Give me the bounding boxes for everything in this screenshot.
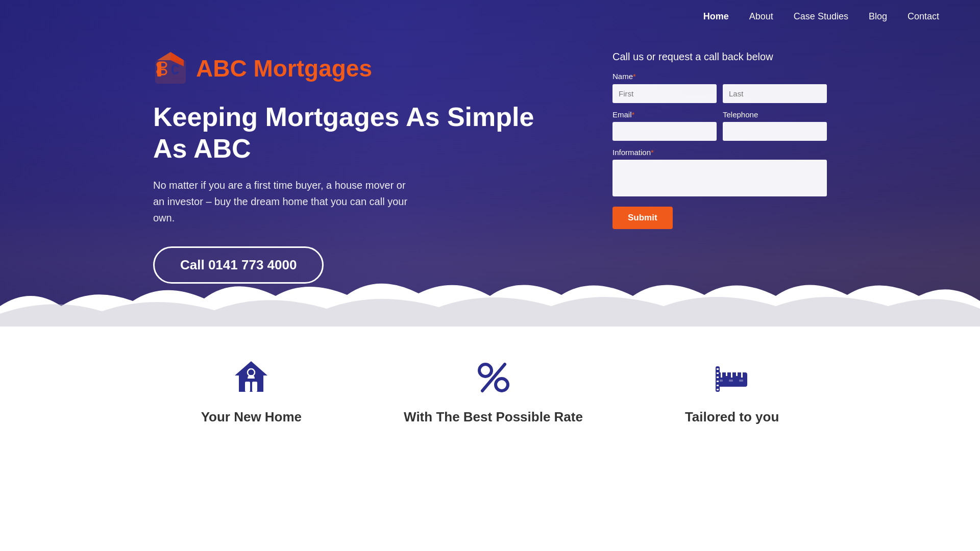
svg-rect-26 [717, 381, 719, 382]
hero-form-area: Call us or request a call back below Nam… [612, 51, 827, 229]
nav-links: Home About Case Studies Blog Contact [703, 11, 939, 22]
svg-rect-18 [741, 372, 743, 378]
feature-label-rate: With The Best Possible Rate [404, 409, 583, 425]
last-name-input[interactable] [723, 84, 827, 103]
hero-subtext: No matter if you are a first time buyer,… [153, 177, 419, 226]
svg-rect-22 [716, 366, 720, 392]
logo-icon [153, 51, 188, 86]
form-title: Call us or request a call back below [612, 51, 827, 63]
nav-link-about[interactable]: About [749, 11, 773, 21]
ruler-icon [712, 357, 752, 400]
telephone-group: Telephone [723, 110, 827, 141]
house-icon [231, 357, 272, 400]
feature-tailored: Tailored to you [685, 357, 779, 425]
nav-link-blog[interactable]: Blog [869, 11, 887, 21]
percent-icon [473, 357, 514, 400]
svg-rect-17 [736, 372, 738, 376]
features-section: Your New Home With The Best Possible Rat… [0, 327, 980, 466]
svg-rect-25 [717, 377, 719, 378]
svg-point-10 [479, 364, 492, 377]
svg-rect-20 [729, 380, 733, 382]
hero-heading: Keeping Mortgages As Simple As ABC [153, 101, 572, 165]
hero-content: ABC Mortgages Keeping Mortgages As Simpl… [0, 0, 980, 284]
navbar: Home About Case Studies Blog Contact [0, 0, 980, 33]
telephone-input[interactable] [723, 122, 827, 141]
name-row [612, 84, 827, 103]
information-textarea[interactable] [612, 160, 827, 196]
nav-item-about[interactable]: About [749, 11, 773, 22]
svg-rect-7 [245, 382, 250, 392]
svg-rect-24 [717, 372, 719, 374]
contact-form: Name* Email* [612, 72, 827, 229]
svg-rect-21 [739, 380, 743, 382]
svg-point-9 [248, 369, 255, 376]
svg-rect-28 [717, 389, 719, 390]
information-group: Information* [612, 148, 827, 196]
nav-item-contact[interactable]: Contact [908, 11, 939, 22]
feature-label-tailored: Tailored to you [685, 409, 779, 425]
feature-best-rate: With The Best Possible Rate [404, 357, 583, 425]
nav-link-case-studies[interactable]: Case Studies [794, 11, 848, 21]
hero-section: Home About Case Studies Blog Contact [0, 0, 980, 327]
svg-rect-8 [252, 382, 257, 392]
svg-point-11 [496, 379, 508, 391]
first-name-input[interactable] [612, 84, 717, 103]
first-name-group [612, 84, 717, 103]
nav-link-home[interactable]: Home [703, 11, 729, 21]
submit-button[interactable]: Submit [612, 207, 673, 229]
hero-left: ABC Mortgages Keeping Mortgages As Simpl… [153, 51, 572, 284]
logo-text: ABC Mortgages [196, 55, 372, 82]
svg-rect-16 [731, 372, 732, 378]
information-label: Information* [612, 148, 827, 157]
email-group: Email* [612, 110, 717, 141]
name-label: Name* [612, 72, 636, 81]
cloud-divider-top [0, 265, 980, 327]
logo-area: ABC Mortgages [153, 51, 572, 86]
email-label: Email* [612, 110, 717, 119]
feature-new-home: Your New Home [201, 357, 302, 425]
email-input[interactable] [612, 122, 717, 141]
svg-rect-23 [717, 368, 719, 370]
last-name-group [723, 84, 827, 103]
svg-rect-15 [726, 372, 727, 376]
svg-rect-27 [717, 385, 719, 386]
nav-link-contact[interactable]: Contact [908, 11, 939, 21]
nav-item-blog[interactable]: Blog [869, 11, 887, 22]
feature-label-home: Your New Home [201, 409, 302, 425]
nav-item-home[interactable]: Home [703, 11, 729, 22]
nav-item-case-studies[interactable]: Case Studies [794, 11, 848, 22]
telephone-label: Telephone [723, 110, 827, 119]
svg-rect-14 [721, 372, 722, 378]
email-telephone-row: Email* Telephone [612, 110, 827, 141]
